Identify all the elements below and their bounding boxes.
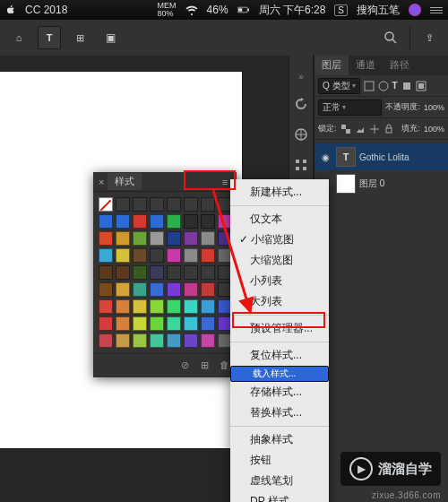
style-swatch[interactable] (184, 316, 198, 331)
style-swatch[interactable] (184, 214, 198, 229)
menu-item[interactable]: 复位样式... (230, 345, 329, 366)
clear-style-icon[interactable]: ⊘ (177, 358, 192, 372)
style-swatch[interactable] (116, 214, 130, 229)
search-button[interactable] (379, 26, 402, 49)
style-swatch[interactable] (167, 197, 181, 212)
menu-item[interactable]: 小列表 (230, 271, 329, 291)
filter-shape-icon[interactable] (401, 81, 412, 91)
menu-item[interactable]: 存储样式... (230, 382, 329, 402)
style-swatch[interactable] (133, 333, 147, 348)
menu-item[interactable]: 载入样式... (230, 366, 329, 382)
close-icon[interactable]: × (99, 177, 104, 187)
style-swatch[interactable] (133, 282, 147, 297)
style-swatch[interactable] (99, 214, 113, 229)
clock[interactable]: 周六 下午6:28 (259, 3, 326, 18)
style-swatch[interactable] (150, 197, 164, 212)
filter-adjust-icon[interactable] (378, 81, 389, 91)
lock-image-icon[interactable] (355, 124, 366, 134)
style-swatch[interactable] (150, 316, 164, 331)
style-swatch[interactable] (201, 265, 215, 280)
style-swatch[interactable] (150, 248, 164, 263)
style-swatch[interactable] (133, 248, 147, 263)
expand-dock-icon[interactable]: » (298, 72, 304, 82)
style-swatch[interactable] (150, 299, 164, 314)
lock-all-icon[interactable] (383, 124, 394, 134)
text-tool-preset[interactable]: T (38, 26, 61, 49)
style-swatch[interactable] (184, 299, 198, 314)
style-swatch[interactable] (184, 333, 198, 348)
app-name[interactable]: CC 2018 (25, 4, 67, 16)
style-swatch[interactable] (184, 282, 198, 297)
styles-tab[interactable]: 样式 (108, 173, 142, 190)
style-swatch[interactable] (116, 248, 130, 263)
panel-menu-icon[interactable]: ≡ (219, 177, 231, 187)
style-swatch[interactable] (133, 231, 147, 246)
lock-position-icon[interactable] (369, 124, 380, 134)
style-swatch[interactable] (167, 265, 181, 280)
camera-icon[interactable]: ▣ (99, 26, 122, 49)
menu-item[interactable]: 虚线笔划 (230, 471, 329, 491)
style-swatch[interactable] (116, 316, 130, 331)
siri-icon[interactable] (409, 4, 421, 16)
tab-layers[interactable]: 图层 (314, 56, 349, 75)
style-swatch[interactable] (167, 333, 181, 348)
tab-channels[interactable]: 通道 (349, 56, 383, 75)
style-swatch[interactable] (116, 333, 130, 348)
style-swatch[interactable] (99, 265, 113, 280)
style-swatch[interactable] (99, 282, 113, 297)
blend-mode-select[interactable]: 正常▾ (318, 100, 382, 116)
menu-item[interactable]: 抽象样式 (230, 429, 329, 450)
style-swatch[interactable] (201, 214, 215, 229)
swatches-panel-icon[interactable] (293, 157, 309, 173)
notification-center-icon[interactable] (430, 7, 443, 13)
layer-name[interactable]: 图层 0 (359, 177, 384, 190)
style-swatch[interactable] (116, 231, 130, 246)
menu-item[interactable]: 按钮 (230, 450, 329, 471)
history-panel-icon[interactable] (293, 96, 309, 112)
menu-item[interactable]: DP 样式 (230, 491, 329, 502)
style-swatch[interactable] (133, 316, 147, 331)
style-swatch[interactable] (150, 214, 164, 229)
style-swatch[interactable] (167, 248, 181, 263)
fill-value[interactable]: 100% (424, 125, 444, 134)
wifi-icon[interactable] (185, 4, 198, 15)
layer-filter-kind[interactable]: Q 类型▾ (318, 78, 360, 94)
style-swatch[interactable] (167, 316, 181, 331)
color-panel-icon[interactable] (293, 126, 309, 143)
filter-smart-icon[interactable] (416, 81, 426, 91)
style-swatch[interactable] (116, 265, 130, 280)
style-swatch[interactable] (99, 231, 113, 246)
filter-image-icon[interactable] (364, 81, 375, 91)
styles-panel[interactable]: × 样式 ≡ ⊘ ⊞ 🗑 (93, 172, 237, 377)
style-swatch[interactable] (99, 316, 113, 331)
style-swatch[interactable] (201, 299, 215, 314)
layer-row[interactable]: ◉ T Gothic Lolita (314, 143, 448, 170)
home-icon[interactable]: ⌂ (7, 26, 30, 49)
style-swatch[interactable] (150, 231, 164, 246)
style-swatch[interactable] (167, 282, 181, 297)
style-swatch[interactable] (201, 333, 215, 348)
opacity-value[interactable]: 100% (424, 103, 444, 112)
layer-row[interactable]: ◉ 图层 0 (314, 170, 448, 197)
visibility-toggle[interactable]: ◉ (318, 152, 332, 162)
style-swatch[interactable] (99, 248, 113, 263)
style-swatch[interactable] (184, 231, 198, 246)
style-swatch[interactable] (133, 265, 147, 280)
style-swatch[interactable] (116, 299, 130, 314)
style-swatch[interactable] (201, 282, 215, 297)
style-swatch[interactable] (133, 197, 147, 212)
tab-paths[interactable]: 路径 (383, 56, 417, 75)
lock-transparent-icon[interactable] (340, 124, 351, 134)
style-swatch[interactable] (150, 282, 164, 297)
style-swatch[interactable] (167, 231, 181, 246)
menu-item[interactable]: 仅文本 (230, 209, 329, 229)
style-swatch[interactable] (116, 282, 130, 297)
style-swatch[interactable] (167, 214, 181, 229)
toggle-panel-icon[interactable]: ⊞ (68, 26, 91, 49)
style-swatch[interactable] (133, 299, 147, 314)
layer-name[interactable]: Gothic Lolita (359, 152, 409, 162)
menu-item[interactable]: 替换样式... (230, 402, 329, 423)
apple-menu-icon[interactable] (5, 4, 16, 15)
menu-item[interactable]: 小缩览图 (230, 229, 329, 250)
style-swatch[interactable] (150, 333, 164, 348)
